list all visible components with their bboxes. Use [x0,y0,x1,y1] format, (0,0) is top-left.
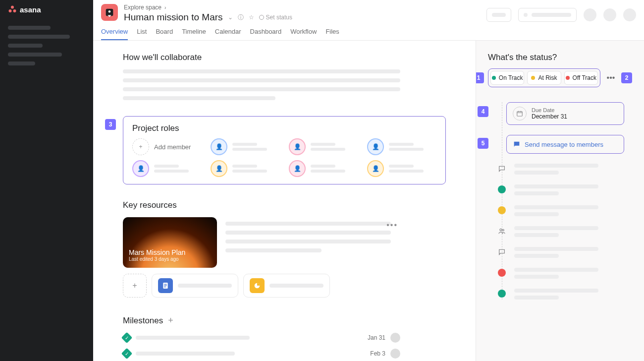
project-role-member[interactable]: 👤 [211,138,280,155]
status-dot-icon [498,269,506,277]
section-collaborate-heading: How we'll collaborate [123,53,400,62]
attachment-slides[interactable] [243,274,330,298]
project-role-member[interactable]: 👤 [289,160,358,177]
people-icon [498,227,506,235]
avatar: 👤 [211,138,227,155]
project-icon[interactable] [101,4,118,21]
svg-point-1 [9,9,12,12]
status-more-button[interactable]: ••• [603,73,618,82]
milestone-row[interactable]: ✓ Jan 31 [123,330,400,346]
left-sidebar: asana [0,0,93,361]
tab-workflow[interactable]: Workflow [290,28,317,40]
dot-icon [566,76,570,80]
annotation-1: 1 [476,72,484,83]
due-value: December 31 [532,113,567,120]
add-member-button[interactable]: + Add member [132,138,202,155]
star-icon[interactable]: ☆ [249,14,254,21]
tab-dashboard[interactable]: Dashboard [250,28,282,40]
tab-timeline[interactable]: Timeline [182,28,206,40]
svg-rect-10 [517,112,523,116]
project-brief-card[interactable]: Mars Mission Plan Last edited 3 days ago [123,217,217,268]
brand-label: asana [20,5,41,14]
section-roles-heading: Project roles [132,123,436,133]
project-role-member[interactable]: 👤 [289,138,358,155]
chat-icon [513,140,521,148]
svg-rect-7 [164,285,166,286]
dot-icon [492,76,496,80]
add-member-label: Add member [154,143,191,151]
avatar: 👤 [367,160,384,177]
project-role-member[interactable]: 👤 [211,160,280,177]
calendar-icon [513,107,527,120]
share-button[interactable] [486,8,511,22]
brief-description: ••• [225,217,400,268]
activity-timeline: 4 Due Date December 31 5 [502,102,632,300]
header-actions [486,8,636,22]
annotation-3: 3 [105,119,116,130]
tab-list[interactable]: List [137,28,147,40]
avatar: 👤 [211,160,227,177]
add-attachment-button[interactable]: + [123,274,147,298]
set-status-button[interactable]: Set status [259,14,292,21]
status-off-track[interactable]: Off Track [564,71,598,85]
milestone-complete-icon: ✓ [121,332,133,344]
avatar: 👤 [289,160,306,177]
section-resources-heading: Key resources [123,200,400,210]
status-dot-icon [498,290,506,298]
annotation-5: 5 [478,138,488,149]
svg-point-11 [500,229,502,231]
add-milestone-button[interactable]: + [168,315,173,326]
tab-files[interactable]: Files [325,28,339,40]
status-at-risk[interactable]: At Risk [527,71,561,85]
annotation-4: 4 [478,106,488,117]
avatar: 👤 [289,138,306,155]
more-icon[interactable]: ••• [386,221,398,230]
asana-logo[interactable]: asana [8,5,85,14]
project-role-member[interactable]: 👤 [132,160,202,177]
due-label: Due Date [532,107,567,113]
breadcrumb-parent[interactable]: Explore space [124,4,161,11]
avatar [390,349,400,359]
customize-button[interactable] [518,8,577,22]
svg-point-0 [11,6,14,9]
header-avatar[interactable] [584,8,596,21]
due-date-chip[interactable]: Due Date December 31 [506,102,624,125]
tab-calendar[interactable]: Calendar [215,28,241,40]
status-heading: What's the status? [488,53,632,62]
send-message-button[interactable]: Send message to members [506,135,624,154]
avatar: 👤 [367,138,384,155]
dot-icon [531,76,535,80]
brief-subtitle: Last edited 3 days ago [129,256,211,262]
svg-point-2 [13,9,16,12]
status-on-track[interactable]: On Track [490,71,524,85]
project-roles-card: Project roles + Add member 👤 👤 👤 👤 👤 👤 👤 [123,116,446,184]
svg-rect-6 [164,284,166,285]
plus-icon: + [132,138,149,155]
set-status-label: Set status [266,14,292,21]
svg-point-12 [502,229,504,231]
header-avatar[interactable] [603,8,616,21]
avatar [390,333,400,343]
milestone-date: Feb 3 [370,350,385,357]
header-avatar[interactable] [623,8,636,21]
brief-title: Mars Mission Plan [129,248,211,256]
info-icon[interactable]: ⓘ [238,13,244,22]
project-title[interactable]: Human mission to Mars [124,12,223,23]
tab-overview[interactable]: Overview [101,28,128,40]
project-role-member[interactable]: 👤 [367,138,436,155]
status-empty-icon [259,15,264,20]
status-sidebar: What's the status? 1 On Track At Risk Of… [476,41,644,361]
milestone-complete-icon: ✓ [121,348,133,360]
attachment-doc[interactable] [152,274,238,298]
project-tabs: Overview List Board Timeline Calendar Da… [101,28,636,40]
svg-rect-8 [164,287,165,287]
slides-icon [250,278,265,293]
asana-logo-icon [8,5,17,14]
overview-main: How we'll collaborate 3 Project roles + … [93,41,476,361]
milestone-date: Jan 31 [368,334,385,341]
chevron-down-icon[interactable]: ⌄ [228,14,233,21]
project-header: Explore space › Human mission to Mars ⌄ … [93,0,644,41]
project-role-member[interactable]: 👤 [367,160,436,177]
milestone-row[interactable]: ✓ Feb 3 [123,346,400,361]
tab-board[interactable]: Board [156,28,173,40]
